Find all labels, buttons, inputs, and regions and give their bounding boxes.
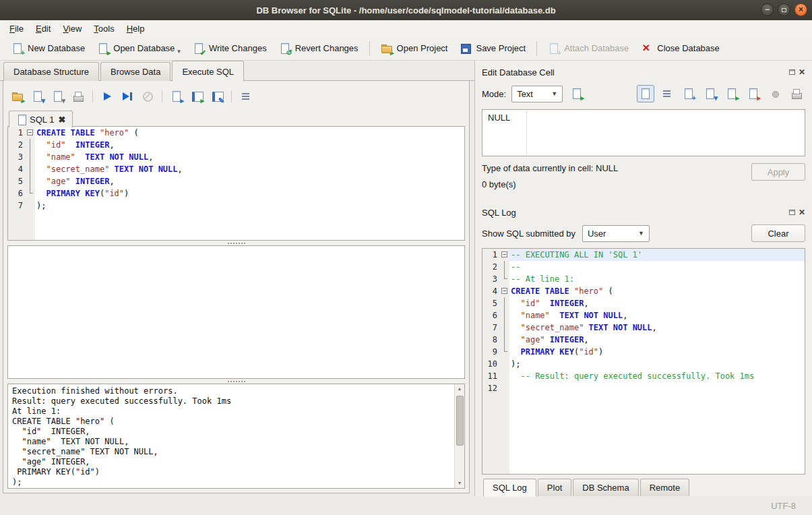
fold-guide-corner xyxy=(30,187,33,193)
tab-db-schema[interactable]: DB Schema xyxy=(573,479,638,496)
copy-data-button[interactable]: + xyxy=(680,85,697,102)
menu-tools[interactable]: Tools xyxy=(88,22,120,36)
open-sql-file-button[interactable]: ▸ xyxy=(9,88,26,105)
sql-log-header: SQL Log ✕ xyxy=(482,205,805,220)
splitter-handle[interactable] xyxy=(7,379,465,384)
code-tokens: "id" INTEGER, xyxy=(35,139,115,151)
close-dock-icon[interactable]: ✕ xyxy=(799,69,805,75)
save-sql-file-button[interactable]: ▾ xyxy=(29,88,46,105)
line-number: 11 xyxy=(482,370,500,382)
open-doc-button[interactable]: ▸ xyxy=(188,88,206,105)
sql-editor-tab[interactable]: SQL 1 ✖ xyxy=(9,111,73,127)
execute-all-button[interactable] xyxy=(98,88,116,105)
fold-minus-icon[interactable]: − xyxy=(501,251,507,258)
float-dock-icon[interactable] xyxy=(789,69,795,75)
submitted-by-select[interactable]: User ▼ xyxy=(582,225,650,242)
save-project-label: Save Project xyxy=(476,43,526,53)
open-database-label: Open Database xyxy=(113,43,175,53)
document-view-button[interactable] xyxy=(637,85,654,102)
scroll-up-icon[interactable]: ▲ xyxy=(455,384,465,394)
revert-changes-button[interactable]: ↺Revert Changes xyxy=(273,39,365,58)
new-database-button[interactable]: +New Database xyxy=(5,39,91,58)
fold-column xyxy=(500,382,509,394)
chevron-down-icon: ▼ xyxy=(638,230,644,237)
tab-sql-log[interactable]: SQL Log xyxy=(483,479,536,497)
scrollbar[interactable]: ▲ ▼ xyxy=(454,384,464,488)
save-sql-as-button[interactable]: ▾ xyxy=(49,88,67,105)
mode-select[interactable]: Text ▼ xyxy=(511,86,563,102)
export-data-icon: ▸ xyxy=(747,88,759,100)
titlebar[interactable]: DB Browser for SQLite - /home/user/code/… xyxy=(0,0,812,20)
minimize-button[interactable]: − xyxy=(761,3,774,16)
menu-help[interactable]: Help xyxy=(121,22,151,36)
execute-line-icon xyxy=(121,90,133,102)
edit-doc-button[interactable]: ✎ xyxy=(208,88,226,105)
execution-log-pane[interactable]: Execution finished without errors. Resul… xyxy=(7,384,465,489)
menubar: FileEditViewToolsHelp xyxy=(0,20,812,36)
float-dock-icon[interactable] xyxy=(789,210,795,215)
print-cell-button[interactable] xyxy=(788,85,805,102)
scroll-down-icon[interactable]: ▼ xyxy=(455,479,465,488)
write-changes-button[interactable]: ✔Write Changes xyxy=(187,39,273,58)
menu-file[interactable]: File xyxy=(3,22,30,36)
line-number: 3 xyxy=(482,273,500,285)
results-grid[interactable] xyxy=(7,245,465,379)
print-sql-button[interactable] xyxy=(69,88,87,105)
tab-database-structure[interactable]: Database Structure xyxy=(3,62,99,81)
fold-minus-icon[interactable]: − xyxy=(501,288,507,294)
tab-remote[interactable]: Remote xyxy=(640,479,690,496)
execute-line-button[interactable] xyxy=(119,88,136,105)
cell-value-editor[interactable]: NULL xyxy=(482,109,805,156)
code-tokens: -- Result: query executed successfully. … xyxy=(509,370,754,382)
filter-value: User xyxy=(588,229,606,239)
toolbar-separator xyxy=(536,41,537,56)
export-data-button[interactable]: ▸ xyxy=(745,85,762,102)
close-dock-icon[interactable]: ✕ xyxy=(799,209,805,216)
close-button[interactable]: × xyxy=(794,3,807,16)
maximize-button[interactable] xyxy=(778,3,790,16)
save-as-data-button[interactable]: ▾ xyxy=(701,85,719,102)
code-line: 11 -- Result: query executed successfull… xyxy=(482,370,805,382)
splitter-handle[interactable] xyxy=(7,241,465,245)
open-project-icon: ▸ xyxy=(381,42,393,55)
sql-log-controls: Show SQL submitted by User ▼ Clear xyxy=(482,222,805,244)
print-cell-icon xyxy=(790,88,803,100)
fold-column xyxy=(500,309,509,322)
scroll-thumb[interactable] xyxy=(456,396,464,446)
code-tokens: ); xyxy=(509,358,520,370)
menu-edit[interactable]: Edit xyxy=(30,22,57,36)
cell-import-button[interactable]: ▸ xyxy=(568,85,586,102)
close-tab-icon[interactable]: ✖ xyxy=(58,115,65,125)
tab-plot[interactable]: Plot xyxy=(538,479,571,496)
menu-view[interactable]: View xyxy=(57,22,88,36)
fold-guide xyxy=(504,322,505,334)
fold-guide xyxy=(504,334,505,346)
open-project-button[interactable]: ▸Open Project xyxy=(375,39,454,58)
code-line: 4 "secret_name" TEXT NOT NULL, xyxy=(8,163,464,175)
open-database-button[interactable]: ▸Open Database▾ xyxy=(91,39,187,58)
clear-button[interactable]: Clear xyxy=(751,224,805,242)
word-wrap-button[interactable] xyxy=(658,85,676,102)
fold-column xyxy=(26,139,35,151)
export-doc-button[interactable]: ▸ xyxy=(168,88,185,105)
stop-execution-button xyxy=(139,88,156,105)
code-line: 1−CREATE TABLE "hero" ( xyxy=(8,127,464,139)
tab-browse-data[interactable]: Browse Data xyxy=(100,62,170,81)
edit-doc-icon: ✎ xyxy=(211,90,223,102)
close-database-button[interactable]: Close Database xyxy=(635,39,726,58)
set-null-button[interactable] xyxy=(766,85,784,102)
apply-button[interactable]: Apply xyxy=(751,163,805,181)
print-sql-icon xyxy=(72,90,84,102)
sql-editor[interactable]: 1−CREATE TABLE "hero" (2 "id" INTEGER,3 … xyxy=(7,126,465,241)
sql-log-view[interactable]: 1−-- EXECUTING ALL IN 'SQL 1'2--3-- At l… xyxy=(482,248,805,475)
tab-execute-sql[interactable]: Execute SQL xyxy=(172,61,244,82)
open-project-label: Open Project xyxy=(397,43,448,53)
save-project-button[interactable]: Save Project xyxy=(454,39,532,58)
mode-value: Text xyxy=(517,89,533,99)
line-number: 7 xyxy=(482,322,500,334)
import-data-button[interactable]: ▸ xyxy=(723,85,741,102)
format-sql-button[interactable] xyxy=(237,88,255,105)
code-tokens: "name" TEXT NOT NULL, xyxy=(35,151,153,163)
fold-minus-icon[interactable]: − xyxy=(27,129,33,135)
line-number: 8 xyxy=(482,334,500,346)
